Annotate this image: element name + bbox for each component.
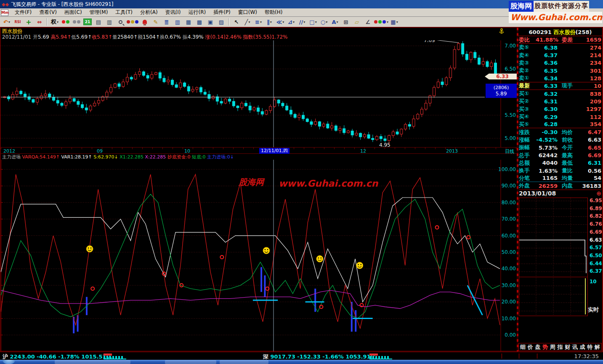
vertical-lines-icon[interactable]: ∥▾ — [264, 17, 274, 26]
traffic-light-icon[interactable] — [61, 17, 71, 26]
ask-row[interactable]: 卖②6.35301 — [519, 67, 601, 74]
text-segment: 指数 — [243, 34, 253, 40]
icon-red-bar — [104, 353, 112, 356]
text-segment: 主力进场:0↓ — [206, 154, 234, 160]
ask-row[interactable]: 卖④6.37214 — [519, 52, 601, 59]
cursor-arrow-icon[interactable]: ↖ — [231, 17, 242, 26]
swap-arrows-icon[interactable]: ⇔ — [35, 17, 45, 26]
tab-解[interactable]: 解 — [595, 343, 600, 351]
back-arrow-icon[interactable]: ↶▾ — [2, 17, 12, 26]
ellipse-tool-icon[interactable]: ○▾ — [319, 17, 329, 26]
ask-row[interactable]: 卖③6.36234 — [519, 59, 601, 67]
panel-list-icon[interactable]: ≣ — [162, 17, 172, 26]
tab-势[interactable]: 势 — [542, 343, 548, 351]
tab-讯[interactable]: 讯 — [572, 343, 578, 351]
bid-row[interactable]: 买②6.31209 — [519, 98, 601, 105]
bid-row[interactable]: 买⑤6.28354 — [519, 121, 601, 128]
sh-minichart-icon[interactable] — [104, 353, 126, 359]
menu-info[interactable]: 资讯(I) — [162, 8, 185, 16]
x-axis-label: 09 — [97, 148, 103, 154]
bid-row[interactable]: 买④6.29112 — [519, 113, 601, 121]
icon-tooth — [118, 356, 120, 359]
screen-magnifier-icon[interactable] — [115, 17, 125, 26]
bid-row[interactable]: 买③6.301297 — [519, 106, 601, 113]
move-cross-icon[interactable]: + — [24, 17, 34, 26]
window-tile-icon[interactable]: ▣ — [205, 17, 215, 26]
taskbar-button[interactable] — [220, 360, 268, 364]
child-window-icon[interactable]: Mm — [1, 9, 8, 16]
alarm-bell-icon[interactable] — [140, 17, 150, 26]
text-segment: 5.94↑ — [56, 34, 72, 40]
tab-细[interactable]: 细 — [520, 343, 526, 351]
level-label: 买① — [519, 90, 536, 98]
window-info-icon[interactable]: ▨ — [216, 17, 226, 26]
fan-lines-icon[interactable]: ≪▾ — [275, 17, 285, 26]
text-segment: 量 — [112, 34, 117, 40]
line-tool-icon[interactable]: ╱▾ — [242, 17, 252, 26]
window-grid-icon[interactable]: ▦ — [183, 17, 194, 26]
menu-view[interactable]: 查看(V) — [35, 8, 61, 16]
palette-icon[interactable] — [126, 17, 139, 26]
indicator-chart[interactable]: 100.0090.0080.0070.0060.0050.0040.0030.0… — [1, 160, 518, 351]
tab-财[interactable]: 财 — [565, 343, 570, 351]
channel-lines-icon[interactable]: ⊿▾ — [286, 17, 296, 26]
rect-tool-icon[interactable]: □▾ — [308, 17, 318, 26]
rights-adjust-button[interactable]: 权▾ — [50, 17, 60, 26]
brush-icon[interactable]: ✎ — [151, 17, 161, 26]
menu-tools[interactable]: 工具(T) — [112, 8, 136, 16]
tab-成[interactable]: 成 — [580, 343, 585, 351]
candlestick-chart[interactable]: 7.006.505.505.007.094.956.33(2806)5.89 — [1, 40, 518, 147]
icon-red-bar — [369, 353, 378, 356]
taskbar-button[interactable] — [165, 360, 216, 364]
crosshair-icon[interactable]: ⊕ — [596, 190, 601, 197]
tab-特[interactable]: 特 — [587, 343, 592, 351]
detail-label: 前收 — [562, 136, 580, 144]
detail-label: 外盘 — [519, 182, 536, 190]
copy-tool-icon[interactable]: ⊞ — [341, 17, 351, 26]
dropdown-arrow-icon: ▾ — [387, 20, 388, 24]
parallel-lines-icon[interactable]: //▾ — [297, 17, 307, 26]
bid-row[interactable]: 买①6.32838 — [519, 90, 601, 98]
dot — [374, 20, 377, 24]
smiley-icon — [356, 262, 363, 269]
save-disk-icon[interactable]: ▦▾ — [389, 17, 399, 26]
tab-盘[interactable]: 盘 — [535, 343, 540, 351]
panel-columns-icon[interactable]: ▥ — [173, 17, 183, 26]
menu-plugin[interactable]: 插件(P) — [210, 8, 234, 16]
start-orb-icon[interactable] — [3, 360, 15, 364]
color-dots-icon[interactable]: ▾ — [374, 17, 388, 26]
open-book-icon[interactable]: ▥ — [104, 17, 114, 26]
windows-taskbar[interactable] — [0, 360, 603, 364]
menu-manage[interactable]: 管理(M) — [86, 8, 112, 16]
period-label[interactable]: 日线 — [505, 148, 514, 155]
tab-指[interactable]: 指 — [557, 343, 563, 351]
glasses-icon[interactable] — [72, 17, 82, 26]
menu-file[interactable]: 文件(F) — [11, 8, 35, 16]
menu-help[interactable]: 帮助(H) — [261, 8, 286, 16]
tab-周[interactable]: 周 — [550, 343, 555, 351]
protractor-icon[interactable]: ∠ — [363, 17, 373, 26]
glyph: A — [332, 19, 336, 25]
app-window: ◆◆ 飞狐交易师 - 专业版 - [西水股份 SH600291] 股海网 股票软… — [0, 0, 603, 364]
svg-text:40.00: 40.00 — [502, 266, 516, 272]
intraday-mini-chart[interactable]: 6.956.896.826.766.696.636.576.506.446.37… — [519, 198, 602, 316]
ask-row[interactable]: 卖①6.34128 — [519, 75, 601, 82]
menu-analysis[interactable]: 分析(A) — [136, 8, 162, 16]
anchor-icon[interactable] — [499, 28, 505, 36]
ask-row[interactable]: 卖⑤6.38274 — [519, 44, 601, 51]
rsi-button[interactable]: RSI — [13, 17, 23, 26]
calendar-21-icon[interactable]: 21 — [82, 17, 93, 26]
window-cascade-icon[interactable]: ▩ — [194, 17, 205, 26]
menu-window[interactable]: 窗口(W) — [234, 8, 261, 16]
eraser-tool-icon[interactable]: ▱ — [352, 17, 362, 26]
tab-价[interactable]: 价 — [528, 343, 533, 351]
sz-minichart-icon[interactable] — [369, 353, 392, 359]
menu-screen[interactable]: 画面(C) — [61, 8, 86, 16]
detail-label: 涨幅 — [519, 136, 536, 144]
menu-run[interactable]: 运行(R) — [185, 8, 210, 16]
taskbar-button[interactable] — [55, 360, 130, 364]
text-tool-icon[interactable]: A▾ — [330, 17, 340, 26]
trend-lines-icon[interactable]: ≡▾ — [253, 17, 263, 26]
status-bar: 沪 2243.00 -40.66 -1.78% 1015.51亿 深 9017.… — [0, 351, 603, 360]
books-icon[interactable]: ▤ — [93, 17, 104, 26]
